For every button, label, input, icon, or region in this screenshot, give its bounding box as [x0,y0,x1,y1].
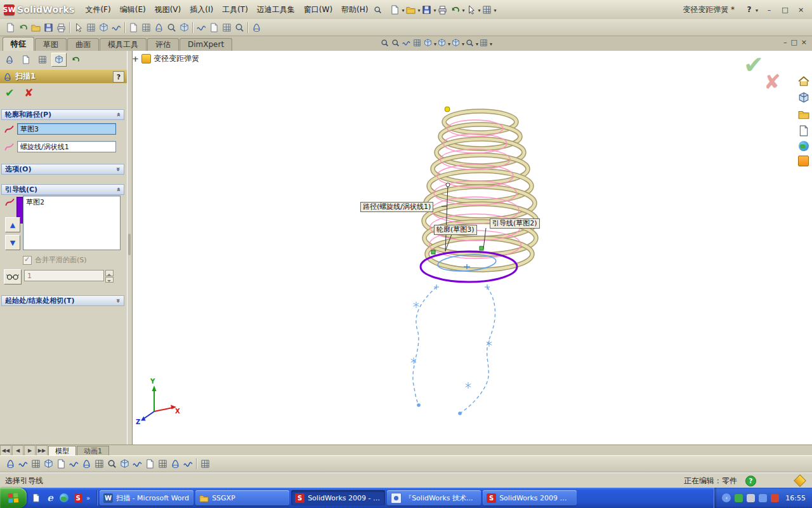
toolbar-icon[interactable] [220,21,233,34]
tab-sketch[interactable]: 草图 [35,38,67,51]
file-explorer-icon[interactable] [797,108,809,120]
appearances-icon[interactable] [798,156,809,166]
toolbar-icon[interactable] [143,458,156,471]
section-number-input[interactable] [24,270,104,281]
menu-edit[interactable]: 编辑(E) [115,3,150,17]
close-button[interactable]: × [794,4,808,16]
tab-dimxpert[interactable]: DimXpert [180,38,232,51]
merge-smooth-faces-row[interactable]: 合并平滑的面(S) [23,255,87,265]
doc-close-button[interactable]: × [801,38,807,46]
toolbar-icon[interactable] [127,21,140,34]
display-style-icon[interactable] [450,37,461,48]
rebuild-icon[interactable] [481,3,494,16]
quick-launch-more-icon[interactable]: » [86,495,90,502]
appearance-icon[interactable] [478,37,489,48]
toolbar-icon[interactable] [250,21,263,34]
guide-curves-list[interactable]: 草图2 [23,196,121,250]
select-cursor-icon[interactable] [465,3,478,16]
zoom-area-icon[interactable] [390,37,401,48]
menu-file[interactable]: 文件(F) [81,3,115,17]
section-guide-curves[interactable]: 引导线(C) [1,184,124,195]
path-field[interactable]: 螺旋线/涡状线1 [17,141,116,152]
toolbar-icon[interactable] [118,458,131,471]
tab-features[interactable]: 特征 [3,37,34,51]
internet-explorer-icon[interactable]: e [44,492,56,504]
move-up-button[interactable]: ▲ [5,217,20,232]
scroll-right-icon[interactable]: ▶ [24,445,36,456]
confirm-ok-button[interactable]: ✔ [743,51,764,79]
toolbar-icon[interactable] [233,21,246,34]
toolbar-icon[interactable] [16,21,29,34]
section-options[interactable]: 选项(O) [1,164,124,175]
menu-insert[interactable]: 插入(I) [185,3,218,17]
toolbar-icon[interactable] [55,458,67,471]
tab-model[interactable]: 模型 [48,446,76,456]
tray-volume-icon[interactable] [747,494,755,502]
tab-surfaces[interactable]: 曲面 [67,38,99,51]
open-icon[interactable] [404,3,417,16]
toolbar-icon[interactable] [42,458,55,471]
toolbar-icon[interactable] [4,458,16,471]
toolbar-icon[interactable] [131,458,143,471]
toolbar-icon[interactable] [110,21,122,34]
save-icon[interactable] [421,3,433,16]
menu-tools[interactable]: 工具(T) [218,3,252,17]
menu-window[interactable]: 窗口(W) [299,3,337,17]
zoom-in-out-icon[interactable] [401,37,412,48]
guide-callout[interactable]: 引导线(草图2) [490,218,540,229]
solidworks-quicklaunch-icon[interactable] [72,492,84,504]
guide-list-item[interactable]: 草图2 [23,196,120,208]
toolbar-icon[interactable] [4,21,16,34]
featuremanager-tree-tab[interactable] [2,53,17,67]
home-icon[interactable] [797,75,809,87]
document-resources-icon[interactable] [797,124,809,137]
section-view-icon[interactable] [422,37,433,48]
toolbar-icon[interactable] [29,21,42,34]
scroll-left-icon[interactable]: ◀ [12,445,23,456]
tray-update-icon[interactable] [771,494,779,502]
splitter-handle[interactable] [128,234,131,255]
spinner-down-icon[interactable] [105,277,114,283]
toolbar-icon[interactable] [181,458,194,471]
pm-help-button[interactable]: ? [113,71,124,83]
toolbar-icon[interactable] [169,458,181,471]
task-solidworks-help[interactable]: SolidWorks 2009 帮助 [483,490,577,505]
toolbar-icon[interactable] [207,21,220,34]
toolbar-icon[interactable] [152,21,165,34]
profile-field[interactable]: 草图3 [17,123,116,135]
toolbar-icon[interactable] [105,458,118,471]
toolbar-icon[interactable] [140,21,152,34]
menu-help[interactable]: 帮助(H) [337,3,372,17]
task-solidworks[interactable]: SolidWorks 2009 - [... [291,490,385,505]
doc-restore-button[interactable]: □ [790,38,797,46]
dimxpertmanager-tab[interactable] [51,53,67,67]
quick-launch-app-icon[interactable] [58,492,70,504]
clock[interactable]: 16:55 [785,494,806,502]
task-folder-ssgxp[interactable]: SSGXP [195,490,289,505]
start-button[interactable] [0,488,27,508]
ok-button[interactable]: ✔ [5,86,14,99]
new-document-icon[interactable] [388,3,401,16]
show-sections-button[interactable] [4,269,22,284]
menu-view[interactable]: 视图(V) [150,3,186,17]
undo-icon[interactable] [449,3,462,16]
task-browser-doc[interactable]: 『SolidWorks 技术... [387,490,481,505]
section-number-spinner[interactable] [105,270,114,283]
displaymanager-tab[interactable] [68,53,83,67]
tab-evaluate[interactable]: 评估 [147,38,179,51]
scroll-last-icon[interactable]: ▶▶ [36,445,48,456]
tab-motion-study[interactable]: 动画1 [77,446,109,456]
maximize-button[interactable]: □ [778,4,792,16]
toolbar-icon[interactable] [156,458,169,471]
zoom-fit-icon[interactable] [379,37,390,48]
toolbar-icon[interactable] [195,21,207,34]
online-resources-icon[interactable] [799,141,809,151]
toolbar-icon[interactable] [55,21,67,34]
scroll-first-icon[interactable]: ◀◀ [0,445,11,456]
toolbar-icon[interactable] [16,458,29,471]
cancel-button[interactable]: ✘ [24,86,33,99]
tray-network-icon[interactable] [759,494,767,502]
minimize-button[interactable]: – [762,4,776,16]
section-start-end-tangency[interactable]: 起始处/结束处相切(T) [1,295,124,306]
propertymanager-tab[interactable] [18,53,34,67]
